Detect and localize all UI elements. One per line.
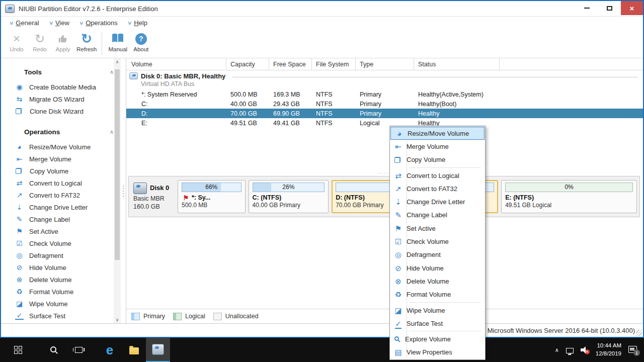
scroll-down-icon[interactable]: ∨ xyxy=(114,316,121,323)
clock[interactable]: 10:44 AM 12/8/2019 xyxy=(596,342,621,357)
wipe-volume-icon: ◪ xyxy=(390,307,407,314)
manual-button[interactable]: Manual xyxy=(106,32,129,52)
search-button[interactable] xyxy=(42,338,66,362)
sidebar-item-surface-test[interactable]: ✓ Surface Test xyxy=(1,310,121,322)
internet-explorer-icon: e xyxy=(106,343,113,356)
panel-splitter[interactable]: ····· xyxy=(126,170,643,176)
menu-item-change-label[interactable]: ✎ Change Label xyxy=(390,209,485,222)
menu-item-surface-test[interactable]: ✓ Surface Test xyxy=(390,317,485,330)
disk-info-block[interactable]: Disk 0 Basic MBR 160.0 GB xyxy=(131,183,175,211)
legend-unallocated: Unallocated xyxy=(213,313,259,320)
menu-item-hide-volume[interactable]: ⊘ Hide Volume xyxy=(390,261,485,275)
scrollbar-thumb[interactable] xyxy=(115,69,120,260)
sidebar-item-change-drive-letter[interactable]: ⇣ Change Drive Letter xyxy=(1,201,121,213)
sidebar-item-check-volume[interactable]: ☑ Check Volume xyxy=(1,237,121,249)
task-view-button[interactable] xyxy=(66,338,91,362)
sidebar-item-delete-volume[interactable]: ⊗ Delete Volume xyxy=(1,274,121,286)
menu-item-explore-volume[interactable]: Explore Volume xyxy=(390,332,485,345)
task-view-icon xyxy=(75,347,83,353)
sidebar-item-copy-volume[interactable]: Copy Volume xyxy=(1,165,121,177)
menu-item-merge-volume[interactable]: ⇤ Merge Volume xyxy=(390,140,485,153)
sidebar-scrollbar[interactable]: ∧ ∨ xyxy=(114,58,121,323)
view-properties-icon: ▤ xyxy=(390,348,407,356)
os-info-text: Microsoft Windows Server 2016 64-bit (10… xyxy=(488,327,635,334)
network-icon[interactable] xyxy=(566,348,574,353)
partition-e[interactable]: 0% E: (NTFS) 49.51 GB Logical xyxy=(501,180,637,213)
disk-group-row[interactable]: Disk 0: Basic MBR, Healthy Virtual HD AT… xyxy=(126,70,643,89)
menu-item-wipe-volume[interactable]: ◪ Wipe Volume xyxy=(390,304,485,317)
menu-general[interactable]: ∨ General xyxy=(8,18,41,28)
menu-view[interactable]: ∨ View xyxy=(47,18,71,28)
column-type[interactable]: Type xyxy=(356,58,414,70)
sidebar-item-set-active[interactable]: ⚑ Set Active xyxy=(1,225,121,237)
format-volume-icon: ♻ xyxy=(15,288,24,295)
sidebar-item-convert-to-fat32[interactable]: ↗ Convert to FAT32 xyxy=(1,189,121,201)
menu-item-convert-to-logical[interactable]: ⇄ Convert to Logical xyxy=(390,169,485,182)
sidebar-item-defragment[interactable]: ◎ Defragment xyxy=(1,249,121,261)
refresh-button[interactable]: ↻ Refresh xyxy=(74,32,99,52)
sidebar-item-format-volume[interactable]: ♻ Format Volume xyxy=(1,286,121,298)
sidebar-item-hide-volume[interactable]: ⊘ Hide Volume xyxy=(1,261,121,274)
action-center-button[interactable]: 1 xyxy=(628,346,638,354)
usage-bar: 0% xyxy=(505,183,633,192)
sidebar-item-merge-volume[interactable]: ⇤ Merge Volume xyxy=(1,153,121,165)
start-button[interactable] xyxy=(6,338,30,362)
sidebar-item-change-label[interactable]: ✎ Change Label xyxy=(1,213,121,225)
niubi-app-button[interactable] xyxy=(146,338,170,362)
legend: Primary Logical Unallocated xyxy=(126,309,643,323)
sidebar-splitter[interactable] xyxy=(121,58,126,323)
about-button[interactable]: ? About xyxy=(129,32,152,52)
flag-icon: ⚑ xyxy=(182,195,190,201)
table-row-d-selected[interactable]: D: 70.00 GB 69.90 GB NTFS Primary Health… xyxy=(126,109,643,118)
partition-system-reserved[interactable]: 66% ⚑*: Sy... 500.0 MB xyxy=(178,180,246,213)
menu-item-format-volume[interactable]: ♻ Format Volume xyxy=(390,288,485,301)
sidebar-item-clone-disk-wizard[interactable]: Clone Disk Wizard xyxy=(1,105,121,117)
sidebar-item-convert-to-logical[interactable]: ⇄ Convert to Logical xyxy=(1,177,121,189)
file-explorer-button[interactable] xyxy=(122,338,146,362)
menu-operations[interactable]: ∨ Operations xyxy=(77,18,120,28)
table-row-e[interactable]: E: 49.51 GB 49.41 GB NTFS Logical Health… xyxy=(126,118,643,128)
menu-item-delete-volume[interactable]: ⊗ Delete Volume xyxy=(390,275,485,288)
menu-item-defragment[interactable]: ◎ Defragment xyxy=(390,248,485,261)
internet-explorer-button[interactable]: e xyxy=(98,338,122,362)
column-volume[interactable]: Volume xyxy=(126,58,226,70)
column-status[interactable]: Status xyxy=(414,58,500,70)
menu-item-resize-move-volume[interactable]: ◕ Resize/Move Volume xyxy=(390,127,485,140)
menu-item-set-active[interactable]: ⚑ Set Active xyxy=(390,222,485,235)
menu-item-check-volume[interactable]: ☑ Check Volume xyxy=(390,235,485,248)
column-free-space[interactable]: Free Space xyxy=(269,58,312,70)
title-bar[interactable]: NIUBI Partition Editor v7.2.6 - Enterpri… xyxy=(1,1,643,16)
partition-c[interactable]: 26% C: (NTFS) 40.00 GB Primary xyxy=(249,180,329,213)
menu-item-convert-to-fat32[interactable]: ↗ Convert to FAT32 xyxy=(390,182,485,195)
chevron-down-icon: ∨ xyxy=(9,20,14,26)
minimize-button[interactable] xyxy=(576,1,598,15)
redo-button[interactable]: ↻ Redo xyxy=(28,32,51,52)
legend-logical: Logical xyxy=(173,313,205,320)
menu-item-copy-volume[interactable]: Copy Volume xyxy=(390,153,485,166)
volume-muted-icon[interactable]: ✕ xyxy=(581,346,589,353)
tray-chevron-up-icon[interactable]: ∧ xyxy=(555,347,559,353)
menu-item-change-drive-letter[interactable]: ⇣ Change Drive Letter xyxy=(390,195,485,208)
apply-button[interactable]: Apply xyxy=(51,32,74,52)
sidebar-item-wipe-volume[interactable]: ◪ Wipe Volume xyxy=(1,298,121,310)
close-button[interactable]: × xyxy=(621,1,643,15)
maximize-button[interactable] xyxy=(598,1,621,15)
table-row-c[interactable]: C: 40.00 GB 29.43 GB NTFS Primary Health… xyxy=(126,99,643,109)
resize-grip[interactable] xyxy=(636,330,642,336)
menu-help[interactable]: ∨ Help xyxy=(126,18,149,28)
context-menu: ◕ Resize/Move Volume ⇤ Merge Volume Copy… xyxy=(389,126,486,360)
undo-button[interactable]: × Undo xyxy=(5,32,28,52)
column-capacity[interactable]: Capacity xyxy=(226,58,269,70)
operations-section-header[interactable]: Operations ∧ xyxy=(24,128,114,136)
sidebar-item-create-bootable-media[interactable]: ◉ Create Bootable Media xyxy=(1,81,121,93)
undo-icon: × xyxy=(13,32,20,46)
table-row-system-reserved[interactable]: *: System Reserved 500.0 MB 169.3 MB NTF… xyxy=(126,89,643,99)
sidebar-item-migrate-os-wizard[interactable]: ⇆ Migrate OS Wizard xyxy=(1,93,121,105)
column-file-system[interactable]: File System xyxy=(312,58,356,70)
scroll-up-icon[interactable]: ∧ xyxy=(114,58,121,65)
menu-item-view-properties[interactable]: ▤ View Properties xyxy=(390,346,485,359)
app-icon xyxy=(5,5,15,13)
tools-section-header[interactable]: Tools ∧ xyxy=(24,68,114,76)
sidebar-item-resize-move-volume[interactable]: ◕ Resize/Move Volume xyxy=(1,141,121,153)
menu-operations-label: Operations xyxy=(86,19,118,27)
